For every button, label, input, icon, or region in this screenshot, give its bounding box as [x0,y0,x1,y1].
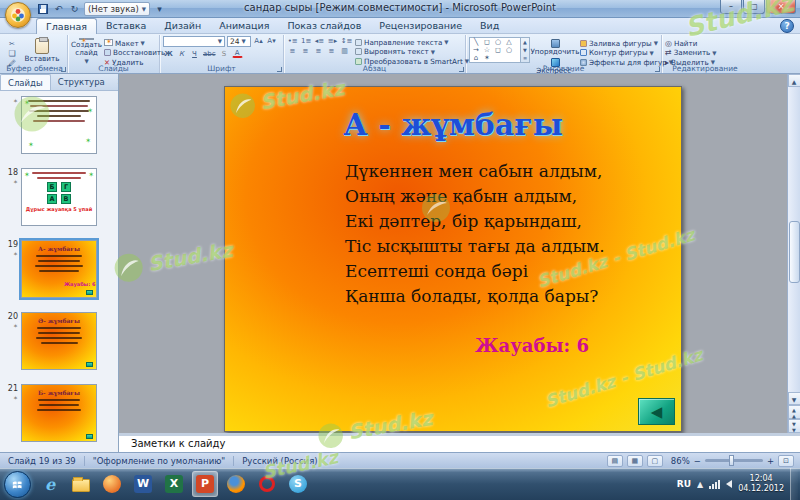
slide-thumbnail[interactable]: Ә- жұмбағы [21,312,97,370]
taskbar-skype-icon[interactable]: S [285,471,311,497]
help-button[interactable]: ? [780,19,794,33]
thumbnail-row-18[interactable]: 18✶ Б Г А В Дұрыс жауапқа 5 ұпай ✶ ✶ [0,168,118,226]
slideshow-view-icon[interactable]: ▢ [647,455,663,467]
vertical-scrollbar[interactable]: ▲ ▼ ▲▲ ▼▼ [787,74,800,433]
ribbon-tab-animation[interactable]: Анимация [210,18,278,34]
taskbar-internet-explorer-icon[interactable]: e [37,471,63,497]
ribbon-tab-slideshow[interactable]: Показ слайдов [278,18,370,34]
language-indicator[interactable]: Русский (Россия) [234,456,325,466]
layout-button[interactable]: Макет▼ [104,39,165,48]
office-button[interactable] [5,2,31,28]
save-icon[interactable] [36,3,49,16]
shape-fill-button[interactable]: Заливка фигуры▼ [580,39,673,48]
zoom-slider[interactable] [705,459,763,462]
increase-indent-icon[interactable]: ≡▸ [327,37,338,46]
panel-close-icon[interactable]: × [112,74,119,90]
zoom-in-icon[interactable]: + [767,456,774,466]
copy-icon[interactable]: ❏ [5,49,19,58]
cut-icon[interactable]: ✂ [5,39,19,48]
slide-sorter-icon[interactable]: ▦ [627,455,643,467]
scroll-down-icon[interactable]: ▼ [788,392,800,405]
show-desktop-button[interactable] [790,468,798,500]
columns-icon[interactable]: ▥ [339,46,350,55]
italic-button[interactable]: К [176,49,187,58]
reset-button[interactable]: Восстановить [104,49,165,58]
strikethrough-button[interactable]: abc [202,49,217,58]
align-left-icon[interactable]: ≡ [287,46,298,55]
align-center-icon[interactable]: ≡ [300,46,311,55]
slide-canvas[interactable]: А - жұмбағы Дүкеннен мен сабын алдым, Он… [224,86,682,432]
taskbar-explorer-folder-icon[interactable] [68,471,94,497]
slide-thumbnail[interactable]: ✶ ✶ ✶ ✶ [21,96,97,154]
maximize-button[interactable]: ▢ [743,0,765,14]
taskbar-firefox-icon[interactable] [223,471,249,497]
thumbnail-row-19[interactable]: 19✶ А- жұмбағы Жауабы: 6 [0,240,118,298]
sound-dropdown[interactable]: (Нет звука) ▼ [84,2,150,16]
decrease-indent-icon[interactable]: ◂≡ [314,37,325,46]
redo-icon[interactable]: ↻ [68,3,81,16]
font-name-combo[interactable]: ▼ [163,36,225,47]
taskbar-clock[interactable]: 12:04 04.12.2012 [738,474,784,494]
panel-tab-outline[interactable]: Структура [51,74,112,90]
thumbnail-row-17[interactable]: ✶ ✶ ✶ ✶ ✶ [0,96,118,154]
panel-tab-slides[interactable]: Слайды [0,74,51,90]
grow-font-button[interactable]: А▴ [253,37,264,46]
replace-button[interactable]: ⇄Заменить▼ [665,49,717,58]
ribbon-tab-design[interactable]: Дизайн [155,18,210,34]
taskbar-excel-icon[interactable]: X [161,471,187,497]
slide-title[interactable]: А - жұмбағы [225,107,681,142]
scrollbar-thumb[interactable] [789,221,800,283]
ribbon-tab-insert[interactable]: Вставка [97,18,155,34]
justify-icon[interactable]: ≡ [326,46,337,55]
shape-outline-button[interactable]: Контур фигуры▼ [580,49,673,58]
scrollbar-track[interactable] [788,87,800,392]
notes-pane[interactable]: Заметки к слайду [119,433,800,452]
paste-button[interactable]: Вставить [21,37,63,63]
slide-thumbnail-current[interactable]: А- жұмбағы Жауабы: 6 [21,240,97,298]
close-button[interactable]: × [766,0,796,14]
fit-to-window-icon[interactable]: ⊡ [778,455,794,467]
font-size-combo[interactable]: 24▼ [227,36,251,47]
slide-body-text[interactable]: Дүкеннен мен сабын алдым, Оның және қабы… [345,159,605,309]
align-text-button[interactable]: Выровнять текст▼ [355,48,469,57]
next-slide-button[interactable]: ▼▼ [788,419,800,433]
qat-customize-icon[interactable]: ▾ [153,3,166,16]
minimize-button[interactable]: – [720,0,742,14]
taskbar-powerpoint-icon[interactable]: P [192,471,218,497]
taskbar-opera-icon[interactable] [254,471,280,497]
network-icon[interactable] [709,480,720,489]
slide-answer[interactable]: Жауабы: 6 [475,335,589,356]
paragraph-dialog-launcher[interactable] [459,67,464,72]
zoom-out-icon[interactable]: − [694,456,701,466]
text-shadow-button[interactable]: S [219,49,230,58]
shrink-font-button[interactable]: А▾ [266,37,277,46]
ribbon-tab-home[interactable]: Главная [36,18,97,34]
underline-button[interactable]: Ч [189,49,200,58]
text-direction-button[interactable]: Направление текста▼ [355,38,469,47]
hidden-icons-arrow-icon[interactable]: ▲ [697,480,703,489]
drawing-dialog-launcher[interactable] [655,67,660,72]
tray-language-indicator[interactable]: RU [677,479,691,489]
previous-slide-button[interactable]: ▲▲ [788,405,800,419]
undo-icon[interactable]: ↶ [52,3,65,16]
slide-nav-button[interactable]: ◀ [638,398,675,425]
volume-icon[interactable] [726,480,732,488]
clipboard-dialog-launcher[interactable] [61,67,66,72]
shapes-gallery-scroll[interactable]: ▲▼≡ [521,37,530,63]
start-button[interactable] [4,471,31,498]
ribbon-tab-review[interactable]: Рецензирование [370,18,471,34]
taskbar-media-player-icon[interactable] [99,471,125,497]
slide-thumbnail[interactable]: Б- жұмбағы [21,384,97,442]
bold-button[interactable]: Ж [163,49,174,58]
shapes-gallery[interactable]: ╲◻○△→ ☆◻○⌂✶ ▲▼≡ [469,37,530,63]
font-color-button[interactable]: А [232,49,243,58]
slide-thumbnail[interactable]: Б Г А В Дұрыс жауапқа 5 ұпай ✶ ✶ [21,168,97,226]
arrange-button[interactable]: Упорядочить [532,38,578,56]
font-dialog-launcher[interactable] [277,67,282,72]
find-button[interactable]: ◎Найти [665,39,717,48]
zoom-slider-thumb[interactable] [729,455,734,466]
thumbnail-row-21[interactable]: 21✶ Б- жұмбағы [0,384,118,442]
scroll-up-icon[interactable]: ▲ [788,74,800,87]
new-slide-button[interactable]: Создать слайд ▼ [71,37,102,63]
numbering-icon[interactable]: 1≡ [300,37,312,46]
